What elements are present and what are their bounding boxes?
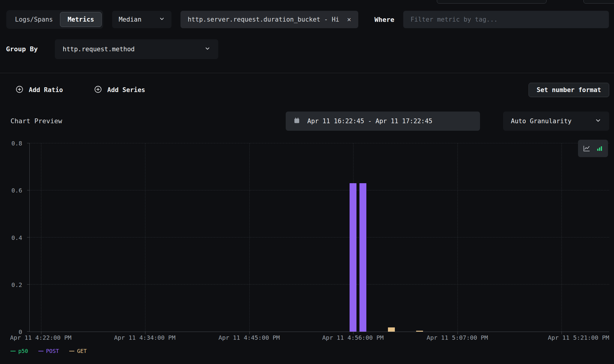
legend-label: p50	[18, 348, 28, 354]
chart-type-toggle	[578, 140, 608, 157]
legend-swatch	[10, 351, 16, 351]
time-range-picker[interactable]: Apr 11 16:22:45 - Apr 11 17:22:45	[286, 112, 480, 131]
x-tick-label: Apr 11 5:07:00 PM	[427, 334, 488, 341]
legend-swatch	[38, 351, 43, 351]
granularity-value: Auto Granularity	[511, 118, 571, 125]
add-series-label: Add Series	[107, 86, 145, 94]
granularity-dropdown[interactable]: Auto Granularity	[503, 112, 609, 131]
y-tick-label: 0.6	[11, 187, 22, 194]
metrics-query-builder: Logs/Spans Metrics Median http.server.re…	[0, 0, 614, 364]
tag-filter-input[interactable]	[403, 11, 609, 28]
y-tick	[27, 284, 30, 285]
y-tick	[27, 331, 30, 332]
h-gridline	[30, 190, 609, 190]
y-tick-label: 0.4	[11, 234, 22, 241]
y-tick	[27, 143, 30, 143]
group-by-label: Group By	[6, 39, 38, 59]
remove-metric-icon[interactable]: ✕	[347, 16, 351, 23]
legend-label: POST	[46, 348, 59, 354]
aggregation-dropdown[interactable]: Median	[112, 11, 171, 28]
where-label: Where	[374, 16, 394, 23]
legend-item-GET[interactable]: GET	[69, 348, 87, 354]
group-by-value: http.request.method	[63, 46, 135, 53]
actions-row: Add Ratio Add Series Set number format	[16, 83, 609, 97]
add-ratio-button[interactable]: Add Ratio	[16, 85, 63, 95]
x-tick-label: Apr 11 5:21:00 PM	[548, 334, 609, 341]
x-axis: Apr 11 4:22:00 PMApr 11 4:34:00 PMApr 11…	[29, 334, 609, 342]
calendar-icon	[294, 117, 300, 125]
plus-circle-icon	[94, 85, 102, 95]
x-tick-label: Apr 11 4:56:00 PM	[322, 334, 384, 341]
metric-pill[interactable]: http.server.request.duration_bucket - Hi…	[180, 11, 358, 28]
bar-GET[interactable]	[416, 331, 423, 332]
chevron-down-icon	[204, 46, 210, 53]
logs-spans-tab[interactable]: Logs/Spans	[8, 12, 60, 27]
legend-item-POST[interactable]: POST	[38, 348, 59, 354]
x-tick-label: Apr 11 4:45:00 PM	[219, 334, 280, 341]
chevron-down-icon	[159, 16, 165, 23]
v-gridline	[458, 143, 458, 332]
chart-plot-area	[29, 143, 609, 332]
add-ratio-label: Add Ratio	[29, 86, 63, 94]
chevron-down-icon	[595, 117, 601, 125]
v-gridline	[249, 143, 250, 332]
query-toolbar: Logs/Spans Metrics Median http.server.re…	[6, 10, 609, 29]
legend-swatch	[69, 351, 74, 351]
h-gridline	[30, 143, 609, 143]
h-gridline	[30, 237, 609, 237]
bar-POST[interactable]	[359, 183, 366, 332]
cropped-top-input[interactable]	[437, 0, 547, 4]
add-series-button[interactable]: Add Series	[94, 85, 145, 95]
y-tick	[27, 237, 30, 237]
y-tick-label: 0.8	[11, 140, 22, 147]
bar-GET[interactable]	[388, 327, 395, 332]
metric-pill-label: http.server.request.duration_bucket - Hi	[188, 16, 339, 23]
x-tick-label: Apr 11 4:22:00 PM	[10, 334, 72, 341]
y-tick-label: 0.2	[11, 281, 22, 288]
time-range-value: Apr 11 16:22:45 - Apr 11 17:22:45	[307, 118, 432, 125]
v-gridline	[562, 143, 562, 332]
line-chart-icon[interactable]	[583, 145, 591, 152]
h-gridline	[30, 284, 609, 285]
bar-chart-icon[interactable]	[596, 145, 603, 152]
group-by-dropdown[interactable]: http.request.method	[55, 39, 218, 59]
x-tick-label: Apr 11 4:34:00 PM	[114, 334, 176, 341]
section-divider	[0, 73, 614, 73]
bar-POST[interactable]	[350, 183, 356, 332]
source-toggle: Logs/Spans Metrics	[6, 10, 103, 29]
legend-item-p50[interactable]: p50	[10, 348, 28, 354]
v-gridline	[41, 143, 41, 332]
y-axis: 00.20.40.60.8	[0, 143, 24, 332]
chart-preview-title: Chart Preview	[10, 112, 62, 131]
plus-circle-icon	[16, 85, 23, 95]
metrics-tab[interactable]: Metrics	[60, 12, 102, 27]
aggregation-value: Median	[119, 16, 142, 23]
set-number-format-button[interactable]: Set number format	[529, 83, 609, 97]
chart-legend: p50POSTGET	[10, 348, 87, 354]
legend-label: GET	[77, 348, 87, 354]
cropped-top-control[interactable]	[583, 0, 614, 4]
v-gridline	[145, 143, 145, 332]
y-tick	[27, 190, 30, 190]
